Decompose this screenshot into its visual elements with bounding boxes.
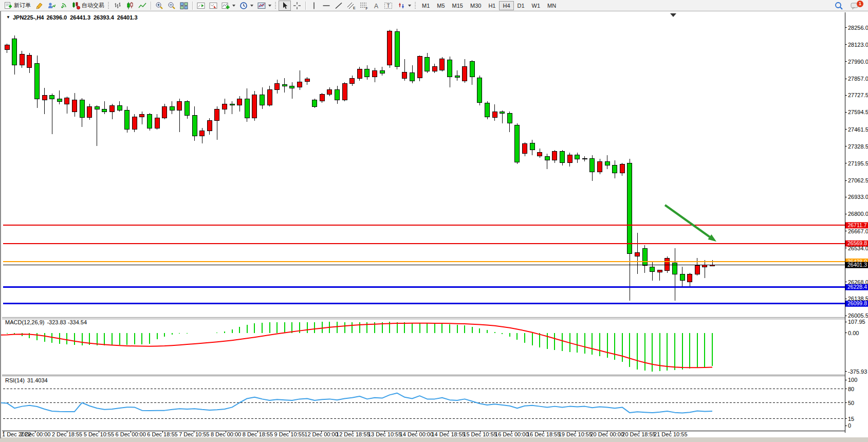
ohlc-high: 26441.3 <box>70 14 90 21</box>
chart-menu-icon[interactable]: ▼ <box>6 15 10 20</box>
indicators-icon <box>221 2 230 10</box>
svg-text:12 Dec 00:00: 12 Dec 00:00 <box>304 431 338 437</box>
timeframe-button-H1[interactable]: H1 <box>485 1 499 10</box>
svg-text:9 Dec 10:55: 9 Dec 10:55 <box>274 431 305 437</box>
label-tool-letter: T <box>387 3 390 9</box>
cursor-tool-button[interactable] <box>279 1 291 11</box>
styler-button[interactable] <box>33 1 45 11</box>
channel-tool-button[interactable]: E <box>345 1 358 11</box>
svg-text:21 Dec 10:55: 21 Dec 10:55 <box>654 431 687 437</box>
crosshair-tool-button[interactable] <box>291 1 303 11</box>
svg-text:2 Dec 18:55: 2 Dec 18:55 <box>52 431 82 437</box>
trendline-tool-button[interactable] <box>333 1 345 11</box>
crosshair-icon <box>293 2 301 10</box>
svg-text:28123.0: 28123.0 <box>848 42 868 48</box>
auto-scroll-icon <box>209 2 217 10</box>
auto-scroll-button[interactable] <box>207 1 219 11</box>
svg-text:19 Dec 10:55: 19 Dec 10:55 <box>559 431 592 437</box>
svg-text:26711.7: 26711.7 <box>847 222 866 228</box>
timeframe-button-H4[interactable]: H4 <box>499 1 513 10</box>
expert-advisors-button[interactable] <box>45 1 58 11</box>
timeframe-button-M15[interactable]: M15 <box>449 1 467 10</box>
notifications-button[interactable]: 1 <box>848 1 863 11</box>
auto-trading-button[interactable]: 自动交易 <box>70 1 106 11</box>
ohlc-open: 26396.0 <box>46 14 67 21</box>
line-chart-button[interactable] <box>136 1 149 11</box>
timeframe-button-W1[interactable]: W1 <box>528 1 544 10</box>
tile-windows-icon <box>180 2 188 10</box>
text-tool-letter: A <box>374 2 378 9</box>
channel-letter: E <box>353 6 356 10</box>
svg-text:27990.0: 27990.0 <box>848 59 868 65</box>
new-order-button[interactable]: 新订单 <box>2 1 33 11</box>
expert-advisor-icon <box>47 2 56 10</box>
chart-symbol: JPN225-,H4 <box>13 14 44 21</box>
macd-values: -323.83 -334.54 <box>47 319 87 325</box>
svg-text:6 Dec 00:00: 6 Dec 00:00 <box>116 431 146 437</box>
timeframe-button-M30[interactable]: M30 <box>467 1 485 10</box>
zoom-out-button[interactable] <box>165 1 178 11</box>
svg-text:26667.0: 26667.0 <box>848 228 868 234</box>
timeframe-button-MN[interactable]: MN <box>544 1 560 10</box>
fibonacci-letter: F <box>366 6 368 10</box>
templates-icon <box>257 2 266 10</box>
candlestick-button[interactable] <box>124 1 136 11</box>
text-tool-icon: A <box>373 2 380 10</box>
svg-text:27857.0: 27857.0 <box>848 76 868 82</box>
svg-text:80: 80 <box>848 386 854 392</box>
svg-text:20 Dec 00:00: 20 Dec 00:00 <box>590 431 623 437</box>
tile-windows-button[interactable] <box>178 1 190 11</box>
timeframe-button-M5[interactable]: M5 <box>433 1 448 10</box>
templates-caret-icon <box>268 5 271 7</box>
label-tool-button[interactable]: T <box>382 1 395 11</box>
periods-button[interactable] <box>237 1 255 11</box>
search-icon <box>834 1 843 10</box>
svg-text:100: 100 <box>848 377 857 383</box>
bar-chart-button[interactable] <box>112 1 124 11</box>
arrows-tool-button[interactable] <box>395 1 413 11</box>
zoom-in-button[interactable] <box>153 1 165 11</box>
trendline-icon <box>335 2 343 10</box>
auto-trading-label: 自动交易 <box>82 2 104 9</box>
horizontal-line-tool-button[interactable] <box>320 1 333 11</box>
arrows-icon <box>397 2 405 10</box>
svg-text:27727.5: 27727.5 <box>848 92 868 98</box>
svg-text:14 Dec 18:55: 14 Dec 18:55 <box>431 431 465 437</box>
svg-text:26534.0: 26534.0 <box>848 245 868 251</box>
svg-text:12 Dec 18:55: 12 Dec 18:55 <box>336 431 370 437</box>
zoom-out-icon <box>168 2 176 10</box>
svg-text:28256.0: 28256.0 <box>848 25 868 31</box>
svg-text:16 Dec 00:00: 16 Dec 00:00 <box>495 431 528 437</box>
chart-shift-button[interactable] <box>195 1 207 11</box>
svg-text:5 Dec 10:55: 5 Dec 10:55 <box>84 431 114 437</box>
rsi-value: 31.4034 <box>27 377 48 383</box>
rsi-name: RSI(14) <box>5 377 25 383</box>
horizontal-line-icon <box>322 2 330 10</box>
chart-shift-icon <box>197 2 205 10</box>
svg-text:14 Dec 00:00: 14 Dec 00:00 <box>400 431 433 437</box>
svg-text:26005.5: 26005.5 <box>848 312 868 319</box>
svg-text:7 Dec 10:55: 7 Dec 10:55 <box>179 431 209 437</box>
svg-text:2 Dec 00:00: 2 Dec 00:00 <box>20 431 50 437</box>
toolbar-grip <box>414 2 416 10</box>
search-button[interactable] <box>832 1 845 11</box>
signals-button[interactable] <box>58 1 70 11</box>
clock-icon <box>239 2 248 10</box>
new-order-label: 新订单 <box>14 2 31 9</box>
chart-title: ▼ JPN225-,H4 26396.0 26441.3 26393.4 264… <box>6 14 138 21</box>
svg-text:15 Dec 10:55: 15 Dec 10:55 <box>463 431 496 437</box>
timeframe-button-M1[interactable]: M1 <box>418 1 433 10</box>
signal-icon <box>60 2 68 10</box>
fibonacci-tool-button[interactable]: F <box>358 1 371 11</box>
new-order-icon <box>4 2 12 10</box>
text-tool-button[interactable]: A <box>371 1 382 11</box>
templates-button[interactable] <box>255 1 273 11</box>
timeframe-button-D1[interactable]: D1 <box>514 1 528 10</box>
vertical-line-tool-button[interactable] <box>308 1 320 11</box>
indicators-button[interactable] <box>219 1 237 11</box>
timeframe-toolbar: M1M5M15M30H1H4D1W1MN <box>418 1 560 10</box>
svg-text:13 Dec 10:55: 13 Dec 10:55 <box>368 431 401 437</box>
chart-canvas[interactable]: 26711.726569.826428.026401.326228.426099… <box>1 11 868 442</box>
indicators-caret-icon <box>232 5 235 7</box>
ohlc-low: 26393.4 <box>94 14 114 21</box>
